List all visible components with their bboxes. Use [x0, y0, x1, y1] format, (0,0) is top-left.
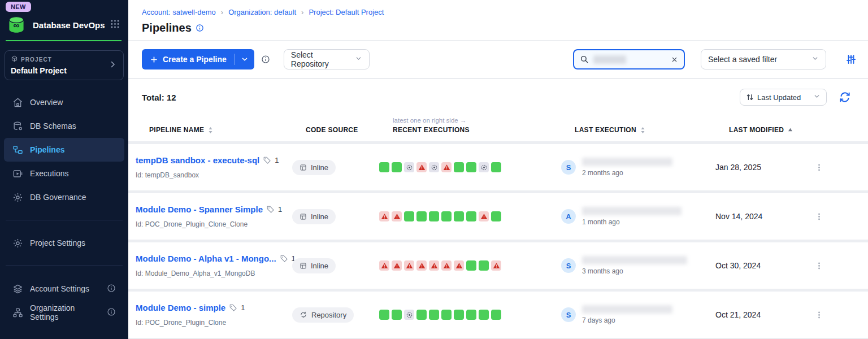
- app-logo-database-icon: ∞: [6, 15, 27, 35]
- execution-status-success[interactable]: [379, 310, 389, 320]
- project-selector[interactable]: PROJECT Default Project: [5, 50, 124, 80]
- pipeline-name-cell: Module Demo - Spanner Simple 1 Id: POC_D…: [136, 205, 292, 228]
- execution-status-canceled[interactable]: [404, 310, 414, 320]
- execution-status-success[interactable]: [454, 211, 464, 221]
- execution-status-success[interactable]: [416, 310, 427, 320]
- pipeline-name-link[interactable]: Module Demo - simple: [136, 303, 225, 312]
- execution-status-failed[interactable]: [379, 211, 389, 221]
- row-actions-kebab-icon[interactable]: [813, 259, 835, 272]
- sidebar-item-db-governance[interactable]: DB Governance: [4, 185, 124, 209]
- breadcrumb-project-link[interactable]: Project: Default Project: [309, 8, 384, 16]
- execution-status-failed[interactable]: [404, 260, 414, 271]
- executor-name-redacted: [582, 207, 682, 215]
- create-pipeline-dropdown-button[interactable]: [235, 55, 254, 63]
- pipeline-name-link[interactable]: Module Demo - Spanner Simple: [136, 205, 263, 214]
- execution-status-canceled[interactable]: [429, 162, 439, 172]
- execution-status-success[interactable]: [491, 310, 501, 320]
- avatar: S: [561, 160, 576, 175]
- execution-status-success[interactable]: [429, 310, 439, 320]
- refresh-icon[interactable]: [839, 92, 850, 103]
- row-actions-kebab-icon[interactable]: [813, 210, 835, 223]
- execution-status-success[interactable]: [416, 211, 427, 221]
- execution-status-failed[interactable]: [441, 162, 452, 172]
- clear-search-icon[interactable]: [671, 56, 678, 63]
- execution-status-success[interactable]: [479, 310, 489, 320]
- execution-status-success[interactable]: [454, 162, 464, 172]
- info-icon[interactable]: [107, 307, 116, 318]
- execution-status-canceled[interactable]: [479, 162, 489, 172]
- row-actions-kebab-icon[interactable]: [813, 161, 835, 174]
- execution-status-failed[interactable]: [392, 211, 402, 221]
- execution-status-success[interactable]: [491, 211, 501, 221]
- repository-icon: [300, 311, 307, 319]
- execution-status-canceled[interactable]: [404, 162, 414, 172]
- execution-status-success[interactable]: [466, 162, 476, 172]
- pipeline-name-link[interactable]: Module Demo - Alpha v1 - Mongo...: [136, 254, 276, 263]
- breadcrumb-account-link[interactable]: Account: satwell-demo: [142, 8, 216, 16]
- execution-status-failed[interactable]: [416, 260, 427, 271]
- execution-status-failed[interactable]: [416, 162, 427, 172]
- pipeline-name-cell: tempDB sandbox - execute-sql 1 Id: tempD…: [136, 155, 292, 179]
- tag-count: 1: [278, 205, 282, 214]
- execution-status-success[interactable]: [466, 260, 476, 271]
- warning-triangle-icon: [443, 262, 450, 269]
- tag-icon: [229, 303, 237, 312]
- execution-status-failed[interactable]: [454, 260, 464, 271]
- create-pipeline-button[interactable]: Create a Pipeline: [142, 55, 235, 64]
- execution-status-success[interactable]: [466, 211, 476, 221]
- sidebar-item-overview[interactable]: Overview: [4, 90, 124, 114]
- info-icon[interactable]: [107, 284, 116, 294]
- execution-status-success[interactable]: [491, 162, 501, 172]
- execution-status-failed[interactable]: [441, 260, 452, 271]
- warning-triangle-icon: [493, 262, 500, 269]
- execution-status-success[interactable]: [392, 310, 402, 320]
- column-header-pipeline-name[interactable]: PIPELINE NAME: [149, 126, 306, 134]
- execution-status-failed[interactable]: [479, 211, 489, 221]
- pipeline-name-link[interactable]: tempDB sandbox - execute-sql: [136, 155, 259, 165]
- database-icon: [12, 121, 23, 132]
- sort-dropdown[interactable]: Last Updated: [740, 89, 827, 106]
- execution-status-success[interactable]: [479, 260, 489, 271]
- execution-status-failed[interactable]: [429, 260, 439, 271]
- saved-filter-dropdown[interactable]: Select a saved filter: [701, 49, 826, 69]
- warning-triangle-icon: [418, 262, 426, 269]
- info-icon[interactable]: [261, 55, 270, 64]
- search-input[interactable]: [573, 49, 685, 69]
- last-execution-time: 1 month ago: [582, 218, 682, 226]
- layers-icon: [12, 284, 23, 294]
- breadcrumb-organization-link[interactable]: Organization: default: [228, 8, 296, 16]
- sidebar-item-pipelines[interactable]: Pipelines: [4, 138, 124, 162]
- tag-count: 1: [275, 156, 279, 164]
- sidebar-item-label: DB Governance: [30, 193, 86, 202]
- sidebar-item-db-schemas[interactable]: DB Schemas: [4, 114, 124, 138]
- executor-name-redacted: [582, 158, 672, 166]
- tag-icon: [280, 254, 288, 263]
- execution-status-failed[interactable]: [379, 260, 389, 271]
- execution-status-failed[interactable]: [491, 260, 501, 271]
- info-icon[interactable]: [196, 24, 204, 32]
- execution-status-success[interactable]: [454, 310, 464, 320]
- row-actions-kebab-icon[interactable]: [813, 308, 835, 321]
- pipeline-icon: [12, 145, 23, 155]
- select-repository-dropdown[interactable]: Select Repository: [284, 49, 370, 69]
- play-square-icon: [12, 168, 23, 179]
- execution-status-success[interactable]: [441, 310, 452, 320]
- execution-status-success[interactable]: [404, 211, 414, 221]
- filter-sliders-icon[interactable]: [845, 54, 857, 65]
- execution-status-success[interactable]: [466, 310, 476, 320]
- pipeline-row: tempDB sandbox - execute-sql 1 Id: tempD…: [128, 144, 868, 190]
- apps-grid-icon[interactable]: [110, 19, 120, 32]
- sidebar-item-project-settings[interactable]: Project Settings: [4, 231, 124, 255]
- execution-status-success[interactable]: [379, 162, 389, 172]
- column-header-last-execution[interactable]: LAST EXECUTION: [575, 126, 729, 134]
- execution-status-failed[interactable]: [392, 260, 402, 271]
- execution-status-success[interactable]: [392, 162, 402, 172]
- sidebar-item-executions[interactable]: Executions: [4, 162, 124, 185]
- execution-status-success[interactable]: [429, 211, 439, 221]
- sidebar-item-organization-settings[interactable]: Organization Settings: [4, 301, 124, 324]
- pipeline-table-body: tempDB sandbox - execute-sql 1 Id: tempD…: [128, 144, 868, 338]
- column-header-last-modified[interactable]: LAST MODIFIED: [729, 126, 826, 134]
- sidebar-item-account-settings[interactable]: Account Settings: [4, 277, 124, 301]
- terminated-icon: [431, 164, 438, 171]
- execution-status-success[interactable]: [441, 211, 452, 221]
